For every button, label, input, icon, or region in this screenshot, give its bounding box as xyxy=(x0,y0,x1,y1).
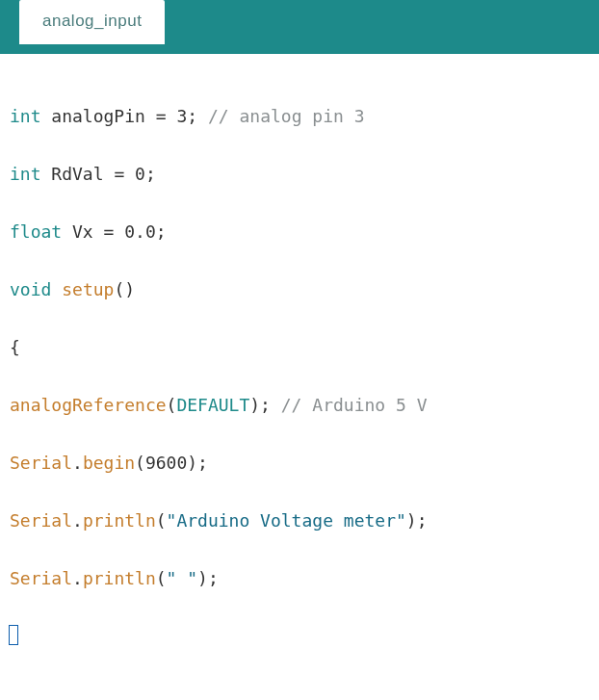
punct: ); xyxy=(187,453,208,473)
object-serial: Serial xyxy=(10,453,72,473)
tab-analog-input[interactable]: analog_input xyxy=(19,0,165,44)
constant-default: DEFAULT xyxy=(176,395,249,415)
punct: ; xyxy=(145,164,156,184)
operator: = xyxy=(104,221,125,242)
operator: = xyxy=(114,164,135,184)
function-setup: setup xyxy=(62,279,114,299)
function-analogReference: analogReference xyxy=(10,395,167,415)
object-serial: Serial xyxy=(10,510,72,531)
code-editor[interactable]: int analogPin = 3; // analog pin 3 int R… xyxy=(0,54,599,700)
comment: // Arduino 5 V xyxy=(281,395,428,415)
punct: ); xyxy=(406,510,428,531)
keyword-float: float xyxy=(10,221,62,242)
code-line xyxy=(10,680,589,700)
keyword-int: int xyxy=(10,164,41,184)
punct: ( xyxy=(156,510,167,531)
punct: () xyxy=(114,279,135,299)
function-println: println xyxy=(83,568,156,588)
punct: ; xyxy=(187,106,208,126)
number: 0.0 xyxy=(124,221,156,242)
punct: . xyxy=(72,568,83,588)
number: 3 xyxy=(176,106,187,126)
identifier: RdVal xyxy=(41,164,115,184)
function-println: println xyxy=(83,510,156,531)
code-line: analogReference(DEFAULT); // Arduino 5 V xyxy=(10,391,589,420)
number: 0 xyxy=(135,164,145,184)
space xyxy=(51,279,62,299)
code-line: Serial.println(" "); xyxy=(10,564,589,593)
string-literal: " " xyxy=(167,568,198,588)
tab-bar: analog_input xyxy=(0,0,599,54)
keyword-void: void xyxy=(10,279,51,299)
function-begin: begin xyxy=(83,453,135,473)
identifier: Vx xyxy=(62,221,103,242)
text-cursor xyxy=(9,625,18,645)
object-serial: Serial xyxy=(10,568,72,588)
code-line: void setup() xyxy=(10,275,589,304)
string-literal: "Arduino Voltage meter" xyxy=(167,510,406,531)
punct: ; xyxy=(156,221,167,242)
code-line: int RdVal = 0; xyxy=(10,160,589,189)
code-line: Serial.begin(9600); xyxy=(10,449,589,478)
punct: ); xyxy=(197,568,219,588)
punct: . xyxy=(72,453,83,473)
code-line xyxy=(10,622,589,651)
number: 9600 xyxy=(145,453,187,473)
code-line: float Vx = 0.0; xyxy=(10,218,589,246)
comment: // analog pin 3 xyxy=(208,106,365,126)
punct: ( xyxy=(167,395,177,415)
punct: ( xyxy=(135,453,145,473)
brace: { xyxy=(10,337,20,357)
identifier: analogPin xyxy=(41,106,156,126)
code-line: Serial.println("Arduino Voltage meter"); xyxy=(10,506,589,535)
punct: ( xyxy=(156,568,167,588)
operator: = xyxy=(156,106,177,126)
keyword-int: int xyxy=(10,106,41,126)
punct: ); xyxy=(249,395,281,415)
code-line: int analogPin = 3; // analog pin 3 xyxy=(10,102,589,131)
code-line: { xyxy=(10,333,589,362)
punct: . xyxy=(72,510,83,531)
